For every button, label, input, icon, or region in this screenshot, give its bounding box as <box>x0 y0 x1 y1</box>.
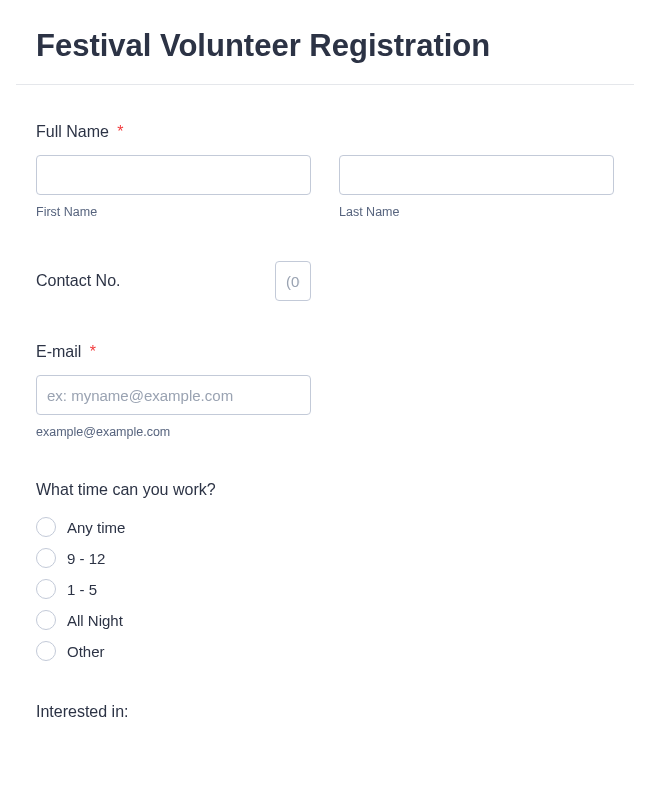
interested-label: Interested in: <box>36 703 129 721</box>
radio-circle-icon[interactable] <box>36 517 56 537</box>
radio-label: Any time <box>67 519 125 536</box>
radio-option[interactable]: Any time <box>36 517 614 537</box>
radio-label: All Night <box>67 612 123 629</box>
radio-option[interactable]: 9 - 12 <box>36 548 614 568</box>
full-name-group: Full Name * First Name Last Name <box>36 123 614 219</box>
email-sublabel: example@example.com <box>36 425 311 439</box>
email-group: E-mail * example@example.com <box>36 343 614 439</box>
radio-circle-icon[interactable] <box>36 610 56 630</box>
work-time-group: What time can you work? Any time9 - 121 … <box>36 481 614 661</box>
email-input[interactable] <box>36 375 311 415</box>
radio-label: 9 - 12 <box>67 550 105 567</box>
radio-circle-icon[interactable] <box>36 579 56 599</box>
full-name-label: Full Name <box>36 123 109 141</box>
first-name-sublabel: First Name <box>36 205 311 219</box>
contact-input[interactable] <box>275 261 311 301</box>
required-indicator: * <box>90 343 96 360</box>
radio-label: 1 - 5 <box>67 581 97 598</box>
email-label: E-mail <box>36 343 81 361</box>
page-title: Festival Volunteer Registration <box>8 0 642 84</box>
contact-group: Contact No. <box>36 261 614 301</box>
interested-group: Interested in: <box>36 703 614 735</box>
last-name-sublabel: Last Name <box>339 205 614 219</box>
required-indicator: * <box>117 123 123 140</box>
radio-circle-icon[interactable] <box>36 548 56 568</box>
contact-label: Contact No. <box>36 272 263 290</box>
radio-option[interactable]: 1 - 5 <box>36 579 614 599</box>
work-time-label: What time can you work? <box>36 481 216 499</box>
radio-circle-icon[interactable] <box>36 641 56 661</box>
first-name-input[interactable] <box>36 155 311 195</box>
last-name-input[interactable] <box>339 155 614 195</box>
radio-option[interactable]: Other <box>36 641 614 661</box>
radio-option[interactable]: All Night <box>36 610 614 630</box>
radio-label: Other <box>67 643 105 660</box>
